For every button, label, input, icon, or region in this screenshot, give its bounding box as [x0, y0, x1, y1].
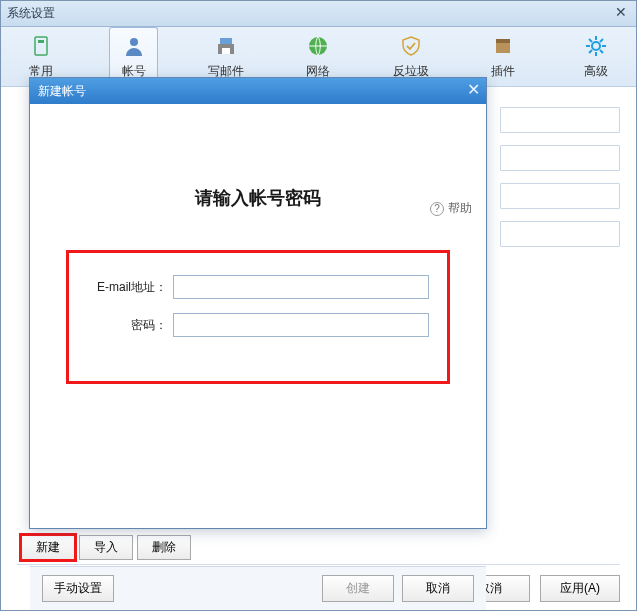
- email-input[interactable]: [173, 275, 429, 299]
- account-slot[interactable]: [500, 145, 620, 171]
- password-input[interactable]: [173, 313, 429, 337]
- password-row: 密码：: [87, 313, 429, 337]
- svg-rect-1: [38, 40, 44, 43]
- manual-setup-button[interactable]: 手动设置: [42, 575, 114, 602]
- svg-rect-4: [222, 48, 230, 54]
- email-row: E-mail地址：: [87, 275, 429, 299]
- credentials-form: E-mail地址： 密码：: [66, 250, 450, 384]
- svg-point-2: [130, 38, 138, 46]
- compose-icon: [213, 33, 239, 59]
- modal-close-icon[interactable]: ✕: [467, 82, 480, 98]
- network-icon: [305, 33, 331, 59]
- modal-body: ? 帮助 请输入帐号密码 E-mail地址： 密码： 手动设置 创建 取消: [30, 186, 486, 610]
- gear-icon: [583, 33, 609, 59]
- password-label: 密码：: [87, 317, 173, 334]
- svg-line-15: [589, 50, 592, 53]
- apply-button[interactable]: 应用(A): [540, 575, 620, 602]
- tab-label: 插件: [491, 63, 515, 80]
- svg-rect-7: [496, 39, 510, 43]
- help-icon: ?: [430, 202, 444, 216]
- plugins-icon: [490, 33, 516, 59]
- window-titlebar: 系统设置 ✕: [1, 1, 636, 27]
- help-link[interactable]: ? 帮助: [430, 200, 472, 217]
- modal-titlebar: 新建帐号 ✕: [30, 78, 486, 104]
- antispam-icon: [398, 33, 424, 59]
- help-label: 帮助: [448, 200, 472, 217]
- modal-footer: 手动设置 创建 取消: [30, 566, 486, 610]
- tab-advanced[interactable]: 高级: [572, 27, 620, 85]
- svg-point-8: [592, 42, 600, 50]
- new-account-modal: 新建帐号 ✕ ? 帮助 请输入帐号密码 E-mail地址： 密码： 手动设置: [29, 77, 487, 529]
- tab-label: 高级: [584, 63, 608, 80]
- modal-title-text: 新建帐号: [38, 83, 86, 100]
- account-slot[interactable]: [500, 221, 620, 247]
- window-close-icon[interactable]: ✕: [612, 5, 630, 21]
- account-slot[interactable]: [500, 183, 620, 209]
- account-icon: [121, 33, 147, 59]
- account-slot[interactable]: [500, 107, 620, 133]
- create-button[interactable]: 创建: [322, 575, 394, 602]
- svg-line-13: [589, 39, 592, 42]
- modal-heading: 请输入帐号密码: [30, 186, 486, 210]
- window-title: 系统设置: [7, 5, 55, 22]
- settings-window: 系统设置 ✕ 常用 帐号 写邮件 网络 反垃圾 插件 高级: [0, 0, 637, 611]
- email-label: E-mail地址：: [87, 279, 173, 296]
- svg-rect-0: [35, 37, 47, 55]
- common-icon: [28, 33, 54, 59]
- modal-cancel-button[interactable]: 取消: [402, 575, 474, 602]
- svg-line-16: [600, 39, 603, 42]
- svg-line-14: [600, 50, 603, 53]
- account-field-panel: [500, 107, 620, 259]
